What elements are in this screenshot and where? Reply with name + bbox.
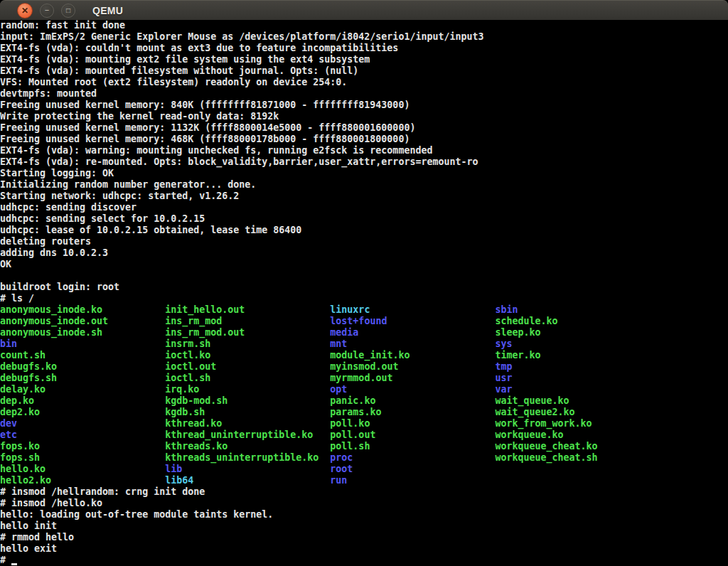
ls-entry: poll.ko — [330, 418, 495, 429]
shell-line: hello exit — [0, 543, 728, 555]
ls-entry: ins_rm_mod.out — [165, 327, 330, 338]
ls-entry: ioctl.out — [165, 361, 330, 372]
ls-entry: opt — [330, 384, 495, 395]
ls-entry: hello2.ko — [0, 475, 165, 486]
ls-entry: panic.ko — [330, 395, 495, 406]
close-button[interactable]: ✕ — [17, 3, 33, 18]
boot-log-line: input: ImExPS/2 Generic Explorer Mouse a… — [0, 31, 728, 43]
maximize-button[interactable]: □ — [61, 4, 75, 18]
qemu-window: ✕ − □ QEMU random: fast init doneinput: … — [0, 0, 728, 566]
ls-entry: lost+found — [330, 316, 495, 326]
ls-entry: count.sh — [0, 350, 165, 361]
minimize-icon: − — [45, 6, 49, 14]
boot-log-line: Starting logging: OK — [0, 168, 728, 179]
minimize-button[interactable]: − — [40, 4, 54, 18]
ls-output-row: fops.ko kthreads.ko poll.sh workqueue_ch… — [0, 441, 728, 452]
login-line: buildroot login: root — [0, 282, 728, 293]
ls-output-row: delay.ko irq.ko opt var — [0, 384, 728, 395]
ls-output-row: count.sh ioctl.ko module_init.ko timer.k… — [0, 350, 728, 361]
ls-output-row: hello2.ko lib64 run — [0, 475, 728, 486]
ls-entry: dev — [0, 418, 165, 429]
ls-entry: kgdb.sh — [165, 407, 330, 417]
ls-entry: delay.ko — [0, 384, 165, 395]
boot-log-line: VFS: Mounted root (ext2 filesystem) read… — [0, 77, 728, 88]
boot-log-line: EXT4-fs (vda): couldn't mount as ext3 du… — [0, 43, 728, 54]
ls-entry: timer.ko — [496, 350, 541, 361]
ls-output-row: dep2.ko kgdb.sh params.ko wait_queue2.ko — [0, 407, 728, 418]
ls-entry: usr — [496, 373, 513, 383]
boot-log-line: udhcpc: sending select for 10.0.2.15 — [0, 213, 728, 225]
ls-entry: fops.sh — [0, 452, 165, 463]
ls-output-row: anonymous_inode.sh ins_rm_mod.out media … — [0, 327, 728, 338]
ls-entry: kthread.ko — [165, 418, 330, 429]
ls-entry: var — [496, 384, 513, 395]
ls-entry: anonymous_inode.sh — [0, 327, 165, 338]
boot-log-line: OK — [0, 259, 728, 270]
boot-log-line: udhcpc: lease of 10.0.2.15 obtained, lea… — [0, 225, 728, 236]
ls-entry: run — [330, 475, 495, 486]
boot-log-line: Write protecting the kernel read-only da… — [0, 111, 728, 122]
ls-entry: ioctl.ko — [165, 350, 330, 361]
ls-entry: bin — [0, 338, 165, 349]
boot-log-line: Freeing unused kernel memory: 1132K (fff… — [0, 122, 728, 134]
terminal-cursor — [11, 563, 17, 565]
prompt-line: # — [0, 555, 728, 566]
ls-entry: proc — [330, 452, 495, 463]
ls-entry: workqueue_cheat.sh — [496, 452, 598, 463]
ls-entry: fops.ko — [0, 441, 165, 452]
shell-line: # insmod /hello.ko — [0, 498, 728, 509]
ls-entry: kgdb-mod.sh — [165, 395, 330, 406]
shell-line: hello: loading out-of-tree module taints… — [0, 509, 728, 520]
ls-entry: sleep.ko — [496, 327, 541, 338]
boot-log-line: EXT4-fs (vda): mounting ext2 file system… — [0, 54, 728, 65]
ls-entry: ins_rm_mod — [165, 316, 330, 326]
boot-log-line: udhcpc: sending discover — [0, 202, 728, 213]
ls-output-row: dep.ko kgdb-mod.sh panic.ko wait_queue.k… — [0, 395, 728, 407]
boot-log-line: deleting routers — [0, 236, 728, 247]
ls-entry: dep2.ko — [0, 407, 165, 417]
boot-log-line — [0, 270, 728, 282]
ls-entry: insrm.sh — [165, 338, 330, 349]
boot-log-line: random: fast init done — [0, 20, 728, 31]
maximize-icon: □ — [66, 6, 70, 14]
ls-output-row: debugfs.sh ioctl.sh myrmmod.out usr — [0, 373, 728, 384]
ls-entry: linuxrc — [330, 304, 495, 315]
ls-entry: kthreads_uninterruptible.ko — [165, 452, 330, 463]
ls-entry: mnt — [330, 338, 495, 349]
title-bar[interactable]: ✕ − □ QEMU — [0, 0, 728, 20]
ls-entry: debugfs.ko — [0, 361, 165, 372]
ls-output-row: hello.ko lib root — [0, 464, 728, 475]
ls-output-row: dev kthread.ko poll.ko work_from_work.ko — [0, 418, 728, 429]
ls-output-row: bin insrm.sh mnt sys — [0, 338, 728, 350]
boot-log-line: Initializing random number generator... … — [0, 179, 728, 191]
boot-log-line: Freeing unused kernel memory: 468K (ffff… — [0, 134, 728, 145]
ls-entry: poll.sh — [330, 441, 495, 452]
window-title: QEMU — [92, 5, 123, 16]
ls-output-row: debugfs.ko ioctl.out myinsmod.out tmp — [0, 361, 728, 373]
ls-entry: dep.ko — [0, 395, 165, 406]
ls-entry: root — [330, 464, 495, 474]
ls-entry: ioctl.sh — [165, 373, 330, 383]
boot-log-line: adding dns 10.0.2.3 — [0, 247, 728, 259]
ls-entry: sys — [496, 338, 513, 349]
boot-log-line: Freeing unused kernel memory: 840K (ffff… — [0, 100, 728, 111]
ls-output-row: etc kthread_uninterruptible.ko poll.out … — [0, 429, 728, 441]
ls-entry: myrmmod.out — [330, 373, 495, 383]
ls-entry: poll.out — [330, 429, 495, 440]
ls-output-row: anonymous_inode.ko init_hello.out linuxr… — [0, 304, 728, 316]
boot-log-line: EXT4-fs (vda): re-mounted. Opts: block_v… — [0, 156, 728, 168]
ls-entry: media — [330, 327, 495, 338]
ls-command-line: # ls / — [0, 293, 728, 304]
ls-entry: hello.ko — [0, 464, 165, 474]
terminal-screen[interactable]: random: fast init doneinput: ImExPS/2 Ge… — [0, 20, 728, 566]
ls-entry: module_init.ko — [330, 350, 495, 361]
ls-entry: workqueue_cheat.ko — [496, 441, 598, 452]
ls-entry: schedule.ko — [496, 316, 558, 326]
boot-log-line: EXT4-fs (vda): warning: mounting uncheck… — [0, 145, 728, 156]
ls-entry: params.ko — [330, 407, 495, 417]
ls-entry: myinsmod.out — [330, 361, 495, 372]
ls-entry: anonymous_inode.out — [0, 316, 165, 326]
ls-entry: debugfs.sh — [0, 373, 165, 383]
shell-line: # insmod /hellrandom: crng init done — [0, 486, 728, 498]
ls-entry: kthread_uninterruptible.ko — [165, 429, 330, 440]
